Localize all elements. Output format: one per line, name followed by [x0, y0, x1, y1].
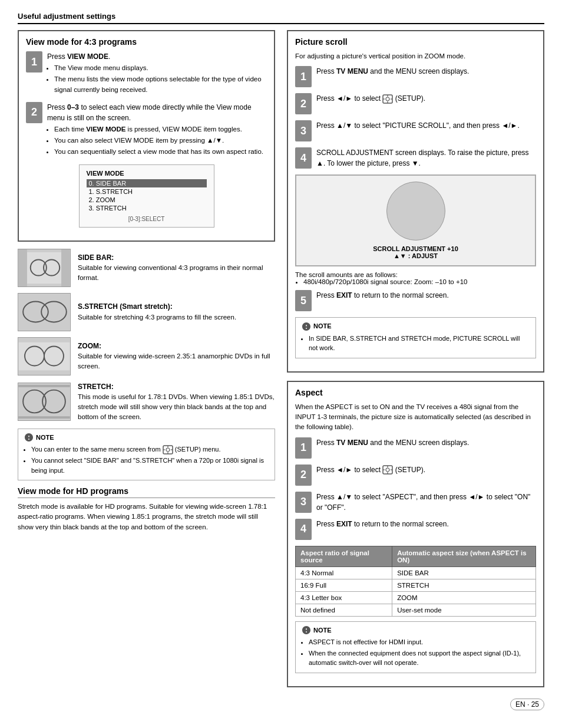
aspect-row-3: 4:3 Letter box ZOOM: [296, 591, 536, 604]
vm-title: VIEW MODE: [87, 170, 207, 177]
view-mode-4-3-title: View mode for 4:3 programs: [26, 37, 267, 47]
note-icon-1: [24, 433, 34, 442]
ps-note-bullet: In SIDE BAR, S.STRETCH and STRETCH mode,…: [309, 334, 530, 353]
a-step-1-content: Press TV MENU and the MENU screen displa…: [316, 437, 536, 448]
a-step-4: 4 Press EXIT to return to the normal scr…: [295, 519, 536, 540]
ps-step-5-num: 5: [295, 290, 312, 311]
aspect-row-1-col-2: SIDE BAR: [392, 566, 536, 579]
picture-scroll-title: Picture scroll: [295, 37, 536, 47]
svg-rect-13: [18, 383, 70, 420]
step-1-bullet-2: The menu lists the view mode options sel…: [54, 74, 267, 95]
a-step-3-num: 3: [295, 492, 312, 513]
scroll-adj-label: SCROLL ADJUSTMENT +10: [373, 245, 458, 252]
mode-sidebar: SIDE BAR: Suitable for viewing conventio…: [18, 249, 275, 287]
aspect-row-4: Not defined User-set mode: [296, 604, 536, 616]
a-step-2-content: Press ◄/► to select (SETUP).: [316, 465, 536, 475]
mode-stretch: STRETCH: This mode is useful for 1.78:1 …: [18, 381, 275, 423]
aspect-row-1-col-1: 4:3 Normal: [296, 566, 392, 579]
sidebar-img: [18, 249, 71, 287]
a-step-1-num: 1: [295, 437, 312, 459]
a-step-3: 3 Press ▲/▼ to select "ASPECT", and then…: [295, 492, 536, 513]
aspect-row-2-col-2: STRETCH: [392, 579, 536, 591]
picture-scroll-intro: For adjusting a picture's vertical posit…: [295, 51, 536, 61]
left-column: View mode for 4:3 programs 1 Press VIEW …: [18, 30, 275, 694]
page-header: Useful adjustment settings: [18, 12, 544, 24]
sstretch-img: [18, 293, 71, 331]
sidebar-desc: Suitable for viewing conventional 4:3 pr…: [78, 264, 263, 281]
sidebar-text: SIDE BAR: Suitable for viewing conventio…: [78, 252, 275, 284]
a-step-4-content: Press EXIT to return to the normal scree…: [316, 519, 536, 529]
ps-step-2-num: 2: [295, 93, 312, 114]
note-header-1: NOTE: [24, 433, 269, 443]
right-column: Picture scroll For adjusting a picture's…: [287, 30, 544, 694]
view-mode-hd-section: View mode for HD programs Stretch mode i…: [18, 486, 275, 532]
aspect-title: Aspect: [295, 388, 536, 397]
ps-step-4-content: SCROLL ADJUSTMENT screen displays. To ra…: [316, 147, 536, 169]
stretch-img: [18, 383, 71, 421]
a-step-4-num: 4: [295, 519, 312, 540]
ps-step-5-content: Press EXIT to return to the normal scree…: [316, 290, 536, 301]
aspect-intro: When the ASPECT is set to ON and the TV …: [295, 402, 536, 433]
vm-item-3: 3. STRETCH: [87, 204, 207, 212]
vm-item-1: 1. S.STRETCH: [87, 187, 207, 196]
step-2-bullet-1: Each time VIEW MODE is pressed, VIEW MOD…: [54, 124, 267, 134]
scroll-adj-screen: SCROLL ADJUSTMENT +10 ▲▼ : ADJUST: [295, 174, 536, 266]
aspect-table: Aspect ratio of signal source Automatic …: [295, 546, 536, 617]
note-box-1: NOTE You can enter to the same menu scre…: [18, 429, 275, 481]
stretch-text: STRETCH: This mode is useful for 1.78:1 …: [78, 381, 275, 423]
aspect-note-bullet-2: When the connected equipment does not su…: [309, 648, 530, 668]
ps-step-4-num: 4: [295, 147, 312, 169]
aspect-note-box: NOTE ASPECT is not effective for HDMI in…: [295, 621, 536, 673]
step-1: 1 Press VIEW MODE. The View mode menu di…: [26, 51, 267, 96]
svg-point-25: [386, 97, 389, 101]
scroll-info-intro: The scroll amounts are as follows:: [295, 271, 536, 278]
zoom-img: [18, 337, 71, 375]
ps-step-1-num: 1: [295, 66, 312, 87]
view-mode-hd-content: Stretch mode is available for HD program…: [18, 502, 275, 532]
a-step-3-content: Press ▲/▼ to select "ASPECT", and then p…: [316, 492, 536, 513]
step-1-content: Press VIEW MODE. The View mode menu disp…: [47, 51, 267, 96]
a-step-2-num: 2: [295, 465, 312, 486]
view-mode-hd-title: View mode for HD programs: [18, 486, 275, 498]
sstretch-desc: Suitable for stretching 4:3 programs to …: [78, 314, 236, 321]
step-2-bullet-2: You can also select VIEW MODE item by pr…: [54, 136, 267, 146]
ps-note-header: NOTE: [302, 321, 530, 331]
view-mode-4-3-section: View mode for 4:3 programs 1 Press VIEW …: [18, 30, 275, 242]
scroll-adj-sublabel: ▲▼ : ADJUST: [394, 252, 438, 259]
setup-icon-3: [382, 465, 393, 475]
mode-list: SIDE BAR: Suitable for viewing conventio…: [18, 249, 275, 423]
a-step-1: 1 Press TV MENU and the MENU screen disp…: [295, 437, 536, 459]
svg-rect-6: [18, 294, 70, 331]
view-mode-menu: VIEW MODE 0. SIDE BAR 1. S.STRETCH 2. ZO…: [79, 164, 214, 228]
step-2-bullet-3: You can sequentially select a view mode …: [54, 147, 267, 157]
aspect-th-1: Aspect ratio of signal source: [296, 546, 392, 566]
step-2: 2 Press 0–3 to select each view mode dir…: [26, 102, 267, 159]
ps-step-1: 1 Press TV MENU and the MENU screen disp…: [295, 66, 536, 87]
svg-rect-14: [18, 385, 70, 387]
zoom-text: ZOOM: Suitable for viewing wide-screen 2…: [78, 341, 275, 372]
aspect-row-2: 16:9 Full STRETCH: [296, 579, 536, 591]
svg-rect-5: [61, 249, 70, 286]
aspect-note-icon: [302, 625, 311, 635]
step-1-bullet-1: The View mode menu displays.: [54, 63, 267, 73]
svg-rect-15: [18, 416, 70, 419]
stretch-name: STRETCH:: [78, 383, 114, 391]
page-number: EN · 25: [510, 699, 544, 710]
setup-icon-1: [163, 445, 173, 454]
aspect-row-1: 4:3 Normal SIDE BAR: [296, 566, 536, 579]
step-2-content: Press 0–3 to select each view mode direc…: [47, 102, 267, 159]
step-1-num: 1: [26, 51, 42, 73]
zoom-name: ZOOM:: [78, 342, 101, 350]
mode-sstretch: S.STRETCH (Smart stretch): Suitable for …: [18, 293, 275, 331]
step-2-num: 2: [26, 102, 42, 123]
svg-rect-4: [18, 249, 27, 286]
ps-step-1-content: Press TV MENU and the MENU screen displa…: [316, 66, 536, 77]
svg-point-19: [166, 448, 170, 452]
a-step-2: 2 Press ◄/► to select (SETUP).: [295, 465, 536, 486]
vm-footer: [0-3]:SELECT: [87, 216, 207, 222]
ps-step-4: 4 SCROLL ADJUSTMENT screen displays. To …: [295, 147, 536, 169]
aspect-row-3-col-1: 4:3 Letter box: [296, 591, 392, 604]
page-header-title: Useful adjustment settings: [18, 12, 115, 21]
aspect-row-3-col-2: ZOOM: [392, 591, 536, 604]
sstretch-name: S.STRETCH (Smart stretch):: [78, 302, 173, 311]
